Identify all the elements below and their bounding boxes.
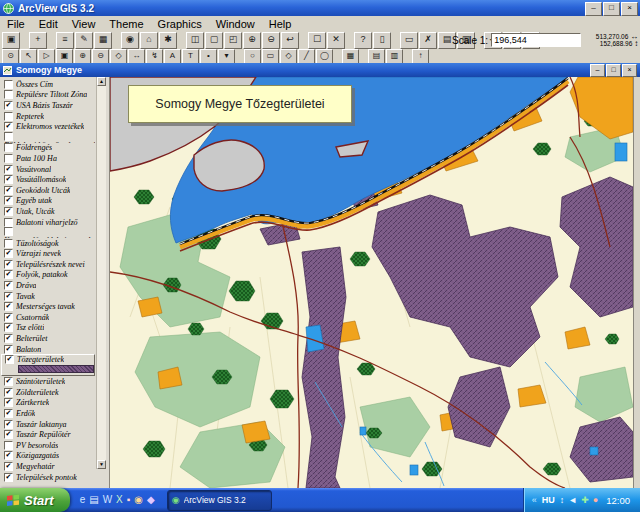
delete-graphics-button[interactable]: ✗ [419,32,437,49]
toc-layer-item[interactable]: ✔ Elektromos vezetékek [1,121,95,132]
identify-tool[interactable]: ⊙ [2,49,19,64]
toc-layer-item[interactable]: ✔ Vasútállomások [1,174,95,185]
media-player-icon[interactable]: ◉ [134,495,143,505]
toc-layer-item[interactable]: ✔ Tőzegterületek [1,354,95,376]
label-tool[interactable]: A [164,49,181,64]
layer-checkbox[interactable]: ✔ [4,345,13,354]
toc-layer-item[interactable]: ✔ Egyéb utak [1,196,95,207]
layer-checkbox[interactable]: ✔ [4,451,13,460]
minimize-button[interactable]: – [585,2,602,16]
toc-layer-item[interactable]: ✔ Vasútvonal [1,164,95,175]
volume-icon[interactable]: ◄ [568,496,577,505]
toc-layer-item[interactable]: Tűzoltóságok [1,238,95,249]
toc-layer-item[interactable]: Repülésre Tiltott Zóna [1,90,95,101]
toc-layer-item[interactable]: ✔ Településrészek nevei [1,259,95,270]
layer-checkbox[interactable]: ✔ [4,207,13,216]
layer-checkbox[interactable] [4,90,13,99]
select-features-button[interactable]: ☐ [308,32,326,49]
show-desktop-icon[interactable]: ▤ [89,495,98,505]
toc-layer-item[interactable]: ✔ Tsz előtti [1,323,95,334]
layer-checkbox[interactable]: ✔ [4,249,13,258]
menu-item[interactable]: Edit [32,18,65,30]
taskbar-clock[interactable]: 12:00 [606,495,630,506]
toc-layer-item[interactable]: ✔ Folyók, patakok [1,270,95,281]
zoom-in-button[interactable]: ⊕ [243,32,261,49]
ie-icon[interactable]: e [80,495,86,505]
update-icon[interactable]: ● [593,496,598,505]
toc-layer-item[interactable]: ✔ Geokódolt Utcák [1,185,95,196]
layer-checkbox[interactable]: ✔ [4,196,13,205]
layer-checkbox[interactable]: ✔ [4,334,13,343]
view-restore-button[interactable]: □ [606,64,621,77]
excel-icon[interactable]: X [116,495,123,505]
measure-tool[interactable]: ↔ [128,49,145,64]
maximize-button[interactable]: □ [603,2,620,16]
arcview-task-button[interactable]: ◉ ArcView GIS 3.2 [167,490,272,511]
toc-layer-item[interactable]: ✔ Mesterséges tavak [1,301,95,312]
antivirus-icon[interactable]: ✚ [581,496,589,505]
help-button[interactable]: ? [354,32,372,49]
layer-checkbox[interactable] [4,227,13,236]
zoom-previous-button[interactable]: ↩ [281,32,299,49]
map-canvas[interactable]: Somogy Megye Tőzegterületei [110,77,633,488]
toc-layer-item[interactable]: ✔ Balaton [1,344,95,355]
draw-polygon-tool[interactable]: ◇ [280,49,297,64]
toc-layer-item[interactable]: ✔ Zöldterületek [1,387,95,398]
hotlink-tool[interactable]: ↯ [146,49,163,64]
toc-layer-item[interactable]: PV besorolás [1,440,95,451]
menu-item[interactable]: Theme [102,18,150,30]
zoom-out-button[interactable]: ⊖ [262,32,280,49]
word-icon[interactable]: W [103,495,112,505]
chart-button[interactable]: ▥ [386,49,403,64]
draw-circle-tool[interactable]: ○ [244,49,261,64]
close-button[interactable]: × [621,2,638,16]
toc-layer-item[interactable]: ✔ Települések pontok [1,472,95,483]
layer-checkbox[interactable]: ✔ [4,473,13,482]
layer-checkbox[interactable] [4,112,13,121]
layer-checkbox[interactable]: ✔ [4,281,13,290]
locate-address-button[interactable]: ⌂ [140,32,158,49]
draw-line-tool[interactable]: ╱ [298,49,315,64]
clear-selection-button[interactable]: ✕ [327,32,345,49]
layer-checkbox[interactable]: ✔ [4,323,13,332]
zoom-in-tool[interactable]: ⊕ [74,49,91,64]
layer-checkbox[interactable]: ✔ [4,430,13,439]
draw-point-tool[interactable]: • [200,49,217,64]
pan-tool[interactable]: ◇ [110,49,127,64]
layer-checkbox[interactable]: ✔ [4,165,13,174]
layer-checkbox[interactable] [4,80,13,89]
layer-checkbox[interactable]: ✔ [4,420,13,429]
toc-layer-item[interactable]: Repterek [1,111,95,122]
layer-checkbox[interactable]: ✔ [4,122,13,131]
start-button[interactable]: Start [0,488,70,512]
layer-checkbox[interactable] [4,143,13,152]
info-button[interactable]: ▯ [373,32,391,49]
layer-checkbox[interactable] [4,239,13,248]
layer-checkbox[interactable]: ✔ [4,260,13,269]
layer-checkbox[interactable]: ✔ [4,101,13,110]
zoom-out-tool[interactable]: ⊖ [92,49,109,64]
area-of-interest-button[interactable]: ▦ [342,49,359,64]
find-button[interactable]: ◉ [121,32,139,49]
toc-layer-item[interactable]: ✔ Szántóterületek [1,376,95,387]
toc-layer-item[interactable]: Katasztrófavédelmi szervek [1,227,95,238]
layer-checkbox[interactable]: ✔ [4,313,13,322]
toc-layer-item[interactable]: ✔ Dráva [1,280,95,291]
scale-input[interactable] [491,33,581,47]
layer-checkbox[interactable]: ✔ [4,302,13,311]
toc-layer-item[interactable]: ✔ Tavak [1,291,95,302]
view-minimize-button[interactable]: – [590,64,605,77]
toc-scrollbar[interactable]: ▲ ▼ [96,77,106,469]
menu-item[interactable]: Help [262,18,299,30]
layer-checkbox[interactable]: ✔ [4,175,13,184]
layer-checkbox[interactable]: ✔ [4,292,13,301]
toc-layer-item[interactable]: ✔ Utak, Utcák [1,206,95,217]
layer-checkbox[interactable]: ✔ [5,355,14,364]
menu-item[interactable]: View [65,18,103,30]
toc-layer-item[interactable]: Összes Cím [1,79,95,90]
layer-checkbox[interactable]: ✔ [4,398,13,407]
add-theme-button[interactable]: + [29,32,47,49]
input-switch-icon[interactable]: ↕ [560,496,565,505]
graph-button[interactable]: ▤ [368,49,385,64]
up-button[interactable]: ↑ [412,49,429,64]
